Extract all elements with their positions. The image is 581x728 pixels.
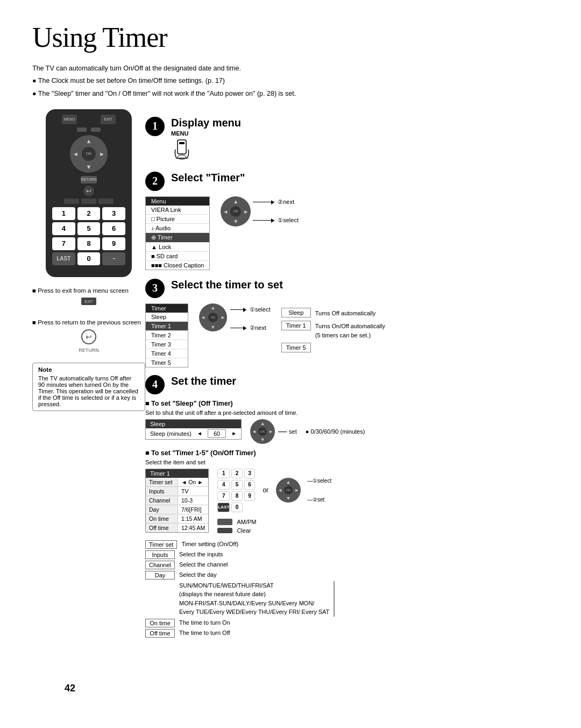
step3-header: 3 Select the timer to set [145, 279, 549, 298]
step2-content: Menu VIERA Link □ Picture ♪ Audio ⊕ Time… [145, 196, 549, 270]
timer5-desc [311, 343, 320, 345]
timer-dpad: ▲ ▼ ◄ ► OK [276, 478, 301, 503]
timer-3: Timer 3 [146, 340, 188, 349]
sleep-section-content: Sleep Sleep (minutes) ◄ 60 ► ▲ [145, 419, 549, 444]
tnp-last[interactable]: LAST [217, 503, 230, 512]
timer1-menu: Timer 1 Timer set ◄ On ► Inputs TV Chann… [145, 469, 209, 533]
menu-item-viera: VIERA Link [146, 206, 209, 215]
timer-select-ann: —①select [307, 478, 331, 484]
step2-next-annotation: ②next [253, 197, 299, 208]
step3-circle: 3 [145, 279, 165, 298]
timer-numpad-area: 1 2 3 4 5 6 7 8 9 LAST 0 [217, 469, 331, 534]
menu-item-timer[interactable]: ⊕ Timer [146, 233, 209, 243]
ok-button[interactable]: OK [82, 147, 96, 161]
day-desc-block: SUN/MON/TUE/WED/THU/FRI/SAT (displays th… [179, 581, 335, 617]
menu-label: MENU [171, 130, 241, 137]
step3-dpad: ▲ ▼ ◄ ► OK [199, 303, 227, 331]
num-0[interactable]: 0 [77, 252, 101, 265]
step3-content: Timer Sleep Timer 1 Timer 2 Timer 3 Time… [145, 303, 549, 367]
sleep-section-title: ■ To set "Sleep" (Off Timer) [145, 400, 549, 407]
return-button-remote[interactable]: RETURN [81, 176, 97, 183]
step2-menu: Menu VIERA Link □ Picture ♪ Audio ⊕ Time… [145, 196, 210, 270]
step2-header: 2 Select "Timer" [145, 172, 549, 191]
step3-annotations: ▲ ▼ ◄ ► OK ①select ② [199, 303, 271, 334]
step3-select-annotation: ①select [230, 305, 271, 315]
last-button[interactable]: LAST [52, 252, 75, 265]
numpad: 1 2 3 4 5 6 7 8 9 LAST 0 – [52, 207, 125, 265]
bd-inputs: Inputs [145, 550, 175, 559]
sleep-section-subtitle: Set to shut the unit off after a pre-sel… [145, 409, 549, 416]
num-3[interactable]: 3 [102, 207, 125, 220]
bd-ontime-text: The time to turn On [175, 619, 235, 626]
return-icon: ↩ [81, 329, 96, 344]
bd-ontime: On time [145, 619, 175, 627]
timer-set-ann: —②set [307, 497, 331, 503]
tnp-0[interactable]: 0 [231, 503, 243, 512]
num-8[interactable]: 8 [77, 237, 101, 250]
remote-control: MENU EXIT ▲ ▼ ◄ ► OK [46, 109, 132, 277]
step2-circle: 2 [145, 172, 165, 191]
sleep-label: Sleep [281, 308, 311, 317]
num-5[interactable]: 5 [77, 222, 101, 235]
svg-rect-0 [178, 140, 186, 154]
timer-5: Timer 5 [146, 358, 188, 367]
tnp-8[interactable]: 8 [231, 491, 243, 501]
timer-4: Timer 4 [146, 349, 188, 358]
bd-channel: Channel [145, 561, 175, 569]
timer-annotations: —①select —②set [305, 478, 331, 503]
sleep-dpad: ▲ ▼ ◄ ► OK [250, 419, 275, 444]
sleep-set-label: —set [278, 427, 297, 436]
dpad[interactable]: ▲ ▼ ◄ ► OK [70, 135, 108, 173]
bd-timerset-text: Timer setting (On/Off) [177, 540, 243, 548]
menu-item-audio: ♪ Audio [146, 224, 209, 233]
tnp-7[interactable]: 7 [217, 491, 230, 501]
intro-bullet2: The "Sleep" timer and "On / Off timer" w… [32, 88, 549, 100]
ampm-clear-area: AM/PM Clear [217, 519, 331, 534]
tnp-3[interactable]: 3 [244, 469, 256, 478]
sleep-menu: Sleep Sleep (minutes) ◄ 60 ► [145, 419, 242, 440]
page-title: Using Timer [32, 22, 549, 53]
bd-offtime-text: The time to turn Off [175, 629, 235, 637]
tnp-9[interactable]: 9 [244, 491, 256, 501]
bd-offtime: Off time [145, 629, 175, 638]
or-label: or [259, 486, 272, 494]
timer-section: ■ To set "Timer 1-5" (On/Off Timer) Sele… [145, 449, 549, 638]
last-key-icon [217, 519, 232, 525]
timer-2: Timer 2 [146, 331, 188, 340]
num-7[interactable]: 7 [52, 237, 75, 250]
tnp-2[interactable]: 2 [231, 469, 243, 478]
timer1-desc: Turns On/Off automatically(5 timers can … [311, 321, 389, 341]
num-9[interactable]: 9 [102, 237, 125, 250]
bd-channel-text: Select the channel [175, 561, 232, 568]
dash-key-icon [217, 528, 232, 533]
step1-circle: 1 [145, 117, 165, 136]
timer1-label: Timer 1 [281, 321, 311, 330]
step2-annotations: ▲ ▼ ◄ ► OK ②next [221, 196, 299, 227]
tnp-4[interactable]: 4 [217, 480, 230, 490]
step4-header: 4 Set the timer [145, 375, 549, 394]
menu-icon [171, 139, 241, 164]
tnp-1[interactable]: 1 [217, 469, 230, 478]
bd-day-text: Select the day [175, 571, 221, 578]
sleep-desc: Turns Off automatically [311, 308, 380, 319]
timer-numpad: 1 2 3 4 5 6 7 8 9 LAST 0 [217, 469, 255, 512]
num-4[interactable]: 4 [52, 222, 75, 235]
num-6[interactable]: 6 [102, 222, 125, 235]
menu-button[interactable]: MENU [62, 115, 77, 124]
menu-item-sdcard: ■ SD card [146, 252, 209, 261]
num-1[interactable]: 1 [52, 207, 75, 220]
tnp-6[interactable]: 6 [244, 480, 256, 490]
step3-title: Select the timer to set [171, 279, 283, 291]
onoff-descriptions: On time The time to turn On Off time The… [145, 619, 549, 638]
num-2[interactable]: 2 [77, 207, 101, 220]
exit-button[interactable]: EXIT [101, 115, 116, 124]
intro-main: The TV can automatically turn On/Off at … [32, 63, 549, 74]
svg-point-2 [178, 155, 186, 159]
page-number: 42 [65, 683, 75, 694]
timer-section-title: ■ To set "Timer 1-5" (On/Off Timer) [145, 449, 549, 457]
timer-1[interactable]: Timer 1 [146, 322, 188, 331]
note-title: Note [38, 366, 139, 373]
tnp-5[interactable]: 5 [231, 480, 243, 490]
menu-item-picture: □ Picture [146, 215, 209, 224]
dash-button[interactable]: – [102, 252, 125, 265]
